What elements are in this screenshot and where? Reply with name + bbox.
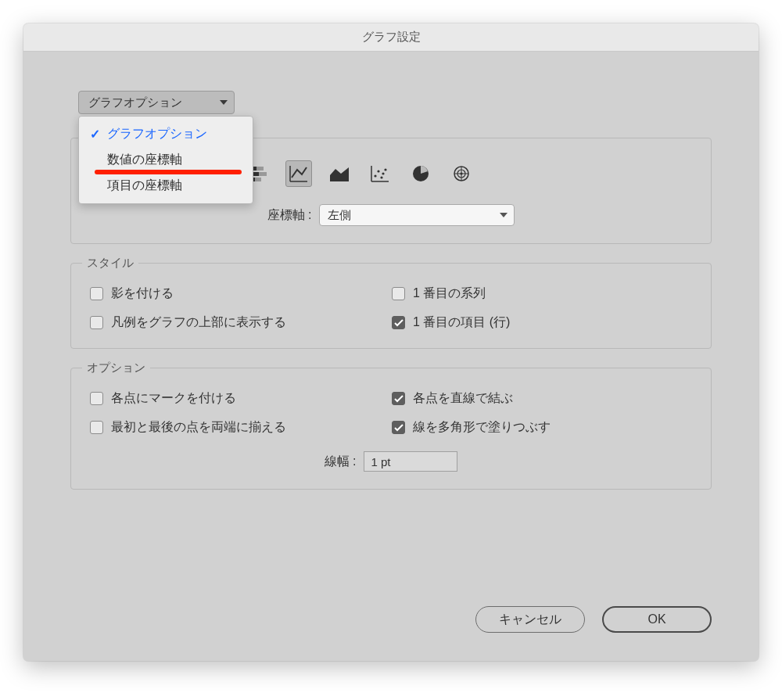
menu-item-category-axis[interactable]: 項目の座標軸: [79, 173, 253, 199]
checkbox-icon: [392, 421, 405, 434]
checkbox-label: 線を多角形で塗りつぶす: [413, 419, 551, 436]
svg-point-21: [380, 176, 382, 178]
check-icon: ✓: [90, 127, 102, 142]
chevron-down-icon: [500, 213, 508, 217]
checkbox-label: 凡例をグラフの上部に表示する: [111, 314, 286, 331]
checkbox-label: 最初と最後の点を両端に揃える: [111, 419, 286, 436]
checkbox-legend-top[interactable]: 凡例をグラフの上部に表示する: [90, 314, 390, 331]
cancel-button[interactable]: キャンセル: [475, 606, 585, 633]
axis-label: 座標軸 :: [267, 207, 312, 224]
checkbox-icon: [392, 287, 405, 300]
checkbox-label: 各点にマークを付ける: [111, 390, 236, 407]
section-dropdown-menu: ✓ グラフオプション 数値の座標軸 項目の座標軸: [78, 116, 253, 204]
checkbox-icon: [90, 421, 103, 434]
ok-button[interactable]: OK: [602, 606, 712, 633]
checkbox-icon: [90, 316, 103, 329]
menu-item-label: 数値の座標軸: [107, 152, 182, 168]
group-style: スタイル 影を付ける 1 番目の系列 凡例をグラフの上部に表示する: [70, 263, 712, 349]
checkbox-label: 1 番目の系列: [413, 285, 486, 302]
checkbox-label: 各点を直線で結ぶ: [413, 390, 513, 407]
checkbox-label: 影を付ける: [111, 285, 174, 302]
group-legend-options: オプション: [82, 361, 150, 375]
checkbox-connect-lines[interactable]: 各点を直線で結ぶ: [392, 390, 692, 407]
line-width-row: 線幅 : 1 pt: [90, 451, 692, 472]
checkbox-edge-to-edge[interactable]: 最初と最後の点を両端に揃える: [90, 419, 390, 436]
checkbox-icon: [392, 316, 405, 329]
axis-select-value: 左側: [328, 208, 351, 223]
ok-button-label: OK: [647, 612, 665, 626]
graph-type-scatter-icon[interactable]: [367, 160, 393, 187]
checkbox-icon: [90, 287, 103, 300]
menu-item-label: 項目の座標軸: [107, 178, 182, 194]
titlebar: グラフ設定: [23, 23, 759, 52]
svg-point-20: [377, 170, 379, 172]
line-width-value: 1 pt: [371, 455, 390, 468]
graph-type-line-icon[interactable]: [285, 160, 312, 187]
menu-item-label: グラフオプション: [107, 126, 207, 142]
window-title: グラフ設定: [362, 30, 421, 45]
dialog-window: グラフ設定 グラフオプション ✓ グラフオプション 数値の座標軸 項目の座標軸 …: [23, 23, 759, 661]
axis-select[interactable]: 左側: [319, 204, 515, 226]
svg-point-23: [382, 172, 384, 174]
menu-item-graph-options[interactable]: ✓ グラフオプション: [79, 121, 253, 147]
footer-buttons: キャンセル OK: [475, 606, 712, 633]
checkbox-mark-points[interactable]: 各点にマークを付ける: [90, 390, 390, 407]
checkbox-first-series[interactable]: 1 番目の系列: [392, 285, 692, 302]
graph-type-area-icon[interactable]: [326, 160, 353, 187]
graph-type-radar-icon[interactable]: [448, 160, 475, 187]
axis-row: 座標軸 : 左側: [90, 204, 692, 226]
group-legend-style: スタイル: [82, 256, 138, 271]
line-width-label: 線幅 :: [325, 454, 357, 470]
checkbox-label: 1 番目の項目 (行): [413, 314, 510, 331]
cancel-button-label: キャンセル: [499, 612, 561, 628]
group-options: オプション 各点にマークを付ける 各点を直線で結ぶ 最初と最後の点を両端に揃える: [70, 368, 712, 490]
checkbox-icon: [392, 392, 405, 405]
line-width-field[interactable]: 1 pt: [364, 451, 457, 472]
graph-type-pie-icon[interactable]: [407, 160, 434, 187]
checkbox-shadow[interactable]: 影を付ける: [90, 285, 390, 302]
checkbox-icon: [90, 392, 103, 405]
checkbox-fill-polygon[interactable]: 線を多角形で塗りつぶす: [392, 419, 692, 436]
svg-point-19: [374, 174, 376, 177]
svg-point-22: [384, 168, 386, 171]
menu-item-value-axis[interactable]: 数値の座標軸: [79, 147, 253, 173]
checkbox-first-item-row[interactable]: 1 番目の項目 (行): [392, 314, 692, 331]
